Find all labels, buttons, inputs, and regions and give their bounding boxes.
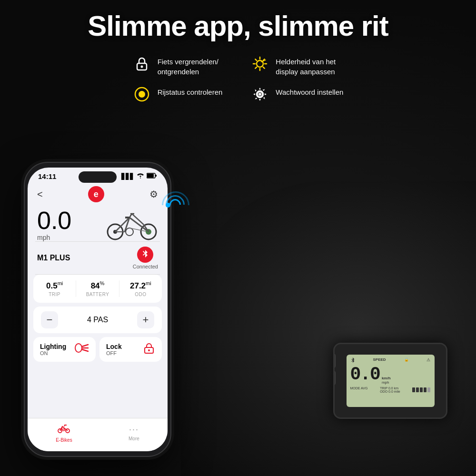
wifi-icon [137,173,144,180]
svg-point-37 [75,344,82,352]
tab-more[interactable]: ··· More [129,425,139,441]
bluetooth-signal [162,186,200,224]
ebikes-label: E-Bikes [56,437,72,443]
lock-status: OFF [106,350,122,356]
more-label: More [129,436,139,441]
pas-level: 4 PAS [87,316,108,324]
feature-password-text: Wachtwoord instellen [276,85,343,97]
handlebar-background [181,181,476,476]
speed-unit: mph [37,234,71,241]
odo-value: 27.2mi [119,280,162,291]
features-col-2: Helderheid van hetdisplay aanpassen [251,55,343,103]
feature-lock-text: Fiets vergrendelen/ontgrendelen [158,55,218,77]
status-time: 14:11 [38,172,56,180]
bat-bar-1 [412,387,415,392]
device-buttons [333,354,336,385]
device-btn-minus[interactable] [333,371,336,385]
connection-status: Connected [133,264,158,269]
speed-section: 0.0 mph [28,206,168,241]
back-button[interactable]: < [37,189,43,200]
svg-point-46 [63,429,65,431]
display-battery [412,387,430,393]
trip-label: TRIP [33,292,76,297]
ebike-display-device: SPEED 🔒 ⚠ 0.0 km/h mph MODE AVG TRIP 0.0… [333,343,447,419]
stats-row: 0.5mi TRIP 84% BATTERY 27.2mi ODO [33,275,162,303]
feature-lock: Fiets vergrendelen/ontgrendelen [133,55,223,77]
display-speed-value: 0.0 [350,366,380,384]
svg-point-16 [258,93,261,96]
feature-password: Wachtwoord instellen [251,85,343,103]
lock-label: Lock [106,343,122,350]
svg-point-3 [139,91,145,98]
app-logo: e [88,186,104,202]
display-lock-icon: 🔒 [404,357,409,365]
phone-mockup: 14:11 ▋▋▋ < e ⚙ [24,162,171,457]
bluetooth-icon [137,247,153,263]
display-mode: MODE AVG [350,387,368,393]
lock-text: Lock OFF [106,343,122,356]
phone-outer-shell: 14:11 ▋▋▋ < e ⚙ [24,162,171,457]
svg-line-12 [256,67,257,69]
lock-icon [143,342,155,357]
svg-point-32 [126,228,133,236]
stat-trip: 0.5mi TRIP [33,280,76,297]
lighting-text: Lighting ON [40,343,66,356]
display-bluetooth-icon [350,357,355,365]
feature-status: Rijstatus controleren [133,85,223,103]
features-section: Fiets vergrendelen/ontgrendelen Rijstatu… [0,55,476,103]
feature-status-text: Rijstatus controleren [158,85,223,97]
features-col-1: Fiets vergrendelen/ontgrendelen Rijstatu… [133,55,223,103]
display-top-row: SPEED 🔒 ⚠ [350,357,431,365]
display-screen: SPEED 🔒 ⚠ 0.0 km/h mph MODE AVG TRIP 0.0… [347,355,435,407]
display-trip: TRIP 0.0 kmODO 0.0 mile [380,387,400,393]
battery-icon [147,173,157,180]
feature-brightness-text: Helderheid van hetdisplay aanpassen [276,55,336,77]
more-icon: ··· [129,425,139,435]
display-warning-icon: ⚠ [426,357,430,365]
device-btn-plus[interactable] [333,354,336,368]
lighting-label: Lighting [40,343,66,350]
bat-bar-3 [420,387,423,392]
brightness-icon [251,55,269,73]
pas-decrease-button[interactable]: − [41,311,58,328]
svg-rect-19 [155,175,157,177]
password-icon [251,85,269,103]
tab-bar: E-Bikes ··· More [28,418,168,451]
stat-odo: 27.2mi ODO [119,280,162,297]
feature-brightness: Helderheid van hetdisplay aanpassen [251,55,343,77]
lighting-status: ON [40,350,66,356]
pas-increase-button[interactable]: + [137,311,154,328]
phone-notch [79,171,117,183]
control-row: Lighting ON Loc [33,337,162,362]
lighting-icon [75,343,89,356]
lock-icon [133,55,151,73]
svg-point-1 [140,66,143,68]
hero-title: Slimme app, slimme rit [0,10,476,42]
settings-button[interactable]: ⚙ [149,188,158,200]
status-icon [133,85,151,103]
svg-line-40 [82,349,88,351]
display-bottom: MODE AVG TRIP 0.0 kmODO 0.0 mile [350,387,431,393]
lighting-control[interactable]: Lighting ON [33,337,96,362]
bt-arc-large [156,186,195,225]
battery-value: 84% [76,280,119,291]
bike-name: M1 PLUS [37,254,70,262]
connection-row: M1 PLUS Connected [28,242,168,274]
bluetooth-badge: Connected [133,247,158,269]
trip-value: 0.5mi [33,280,76,291]
bat-bar-2 [416,387,419,392]
app-navbar: < e ⚙ [28,182,168,206]
bike-image [106,208,158,241]
stat-battery: 84% BATTERY [76,280,119,297]
signal-icon: ▋▋▋ [121,173,134,180]
speed-display: 0.0 mph [37,208,71,241]
pas-row: − 4 PAS + [33,307,162,333]
display-speed-label: SPEED [373,357,386,365]
lock-control[interactable]: Lock OFF [99,337,162,362]
svg-point-42 [148,349,150,351]
bat-bar-5 [427,387,430,392]
svg-line-9 [256,59,257,60]
svg-line-10 [263,67,265,69]
tab-ebikes[interactable]: E-Bikes [56,424,72,443]
phone-screen: 14:11 ▋▋▋ < e ⚙ [28,168,168,451]
